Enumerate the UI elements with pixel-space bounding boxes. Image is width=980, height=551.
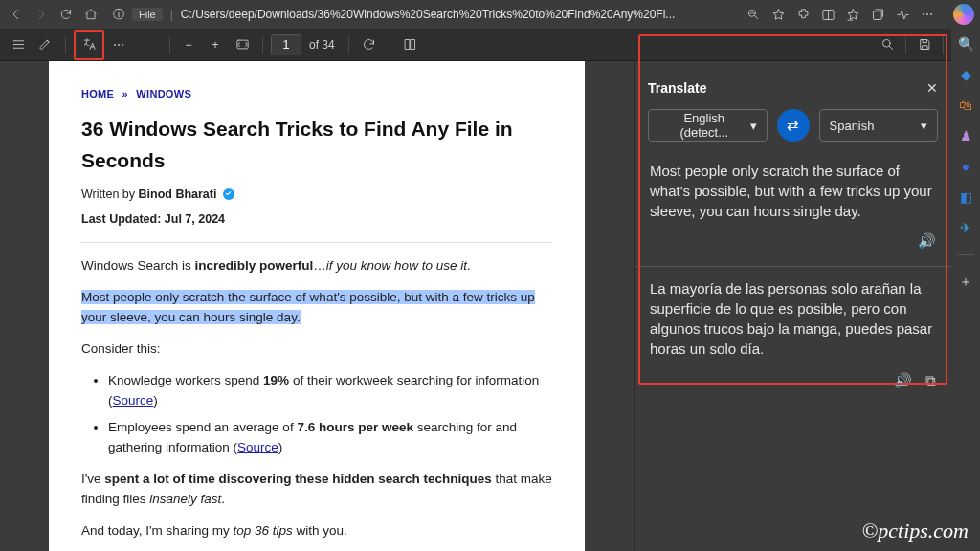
games-icon[interactable]: ♟	[956, 126, 975, 145]
outlook-icon[interactable]: ◧	[956, 187, 975, 207]
office-icon[interactable]: ●	[956, 157, 975, 176]
byline: Written by Binod Bharati	[81, 186, 552, 204]
zoom-out-icon[interactable]	[743, 4, 764, 25]
close-icon[interactable]: ✕	[926, 80, 938, 96]
url-path: C:/Users/deep/Downloads/36%20Windows%20S…	[181, 8, 675, 21]
health-icon[interactable]	[892, 4, 913, 25]
rotate-icon[interactable]	[357, 33, 382, 57]
translate-tool-highlight	[74, 30, 104, 60]
svg-rect-5	[411, 40, 414, 50]
copilot-icon[interactable]	[953, 4, 974, 25]
send-icon[interactable]: ✈	[956, 218, 975, 237]
collections-icon[interactable]	[867, 4, 888, 25]
paragraph-intro: Windows Search is incredibly powerful…if…	[81, 256, 552, 276]
svg-rect-4	[406, 40, 410, 50]
highlight-icon[interactable]	[33, 33, 57, 57]
add-icon[interactable]: ＋	[956, 273, 975, 292]
source-link[interactable]: Source	[113, 393, 154, 408]
crumb-sep: »	[122, 88, 128, 99]
last-updated: Last Updated: Jul 7, 2024	[81, 210, 552, 229]
search-icon[interactable]: 🔍	[956, 34, 975, 54]
refresh-button[interactable]	[56, 4, 77, 25]
forward-button[interactable]	[31, 4, 52, 25]
page-title: 36 Windows Search Tricks to Find Any Fil…	[81, 114, 552, 176]
crumb-home[interactable]: HOME	[81, 88, 114, 99]
translate-title: Translate	[648, 80, 938, 96]
edge-sidebar: 🔍 ◆ 🛍 ♟ ● ◧ ✈ ＋	[951, 29, 980, 551]
extensions-icon[interactable]	[792, 4, 813, 25]
split-icon[interactable]	[817, 4, 838, 25]
paragraph-consider: Consider this:	[81, 340, 552, 360]
list-item: Employees spend an average of 7.6 hours …	[108, 418, 552, 458]
file-badge: File	[132, 8, 163, 21]
svg-rect-2	[873, 11, 881, 19]
workspace: HOME » WINDOWS 36 Windows Search Tricks …	[0, 61, 951, 551]
t: incredibly powerful	[195, 258, 314, 273]
paragraph: And today, I'm sharing my top 36 tips wi…	[81, 521, 552, 541]
updated-value: Jul 7, 2024	[165, 212, 225, 226]
paragraph-highlighted: Most people only scratch the surface of …	[81, 288, 552, 328]
favorite-icon[interactable]	[768, 4, 789, 25]
divider: |	[170, 8, 173, 21]
pdf-page: HOME » WINDOWS 36 Windows Search Tricks …	[49, 61, 585, 551]
crumb-windows[interactable]: WINDOWS	[136, 88, 191, 99]
translate-tool-icon[interactable]	[77, 33, 101, 57]
list-item: Knowledge workers spend 19% of their wor…	[108, 371, 552, 411]
divider	[169, 36, 170, 54]
divider	[81, 242, 552, 243]
t: …	[313, 258, 326, 273]
home-button[interactable]	[80, 4, 101, 25]
byline-label: Written by	[81, 187, 139, 201]
t: Windows Search is	[81, 258, 195, 273]
page-view-icon[interactable]	[398, 33, 423, 57]
contents-icon[interactable]	[6, 33, 31, 57]
document-viewport[interactable]: HOME » WINDOWS 36 Windows Search Tricks …	[0, 61, 634, 551]
zoom-out-icon[interactable]: −	[176, 33, 201, 57]
page-input[interactable]	[271, 34, 301, 55]
selected-text[interactable]: Most people only scratch the surface of …	[81, 290, 535, 324]
tools-icon[interactable]: ◆	[956, 65, 975, 84]
paragraph: I've spent a lot of time discovering the…	[81, 470, 552, 510]
browser-toolbar: ⓘ File | C:/Users/deep/Downloads/36%20Wi…	[0, 0, 980, 29]
fit-icon[interactable]	[230, 33, 255, 57]
t: if you know how to use it	[326, 258, 467, 273]
back-button[interactable]	[6, 4, 27, 25]
bullet-list: Knowledge workers spend 19% of their wor…	[81, 371, 552, 459]
divider	[390, 36, 390, 54]
divider	[348, 36, 349, 54]
zoom-in-icon[interactable]: +	[203, 33, 228, 57]
favorites-list-icon[interactable]	[842, 4, 863, 25]
source-link[interactable]: Source	[237, 440, 278, 454]
page-total: of 34	[309, 38, 335, 52]
divider	[65, 36, 66, 54]
verified-icon	[223, 188, 234, 200]
t: .	[467, 258, 471, 273]
shopping-icon[interactable]: 🛍	[956, 96, 975, 115]
translate-panel: Translate ✕ English (detect...▾ ⇄ Spanis…	[634, 61, 951, 551]
more-icon[interactable]: ⋯	[917, 4, 938, 25]
author-name: Binod Bharati	[139, 187, 217, 201]
address-bar[interactable]: ⓘ File | C:/Users/deep/Downloads/36%20Wi…	[105, 3, 682, 26]
info-icon[interactable]: ⓘ	[113, 7, 124, 23]
updated-label: Last Updated:	[81, 212, 165, 226]
breadcrumb: HOME » WINDOWS	[81, 86, 552, 102]
divider	[957, 254, 974, 255]
divider	[262, 36, 263, 54]
more-tools-icon[interactable]: ⋯	[106, 33, 131, 57]
